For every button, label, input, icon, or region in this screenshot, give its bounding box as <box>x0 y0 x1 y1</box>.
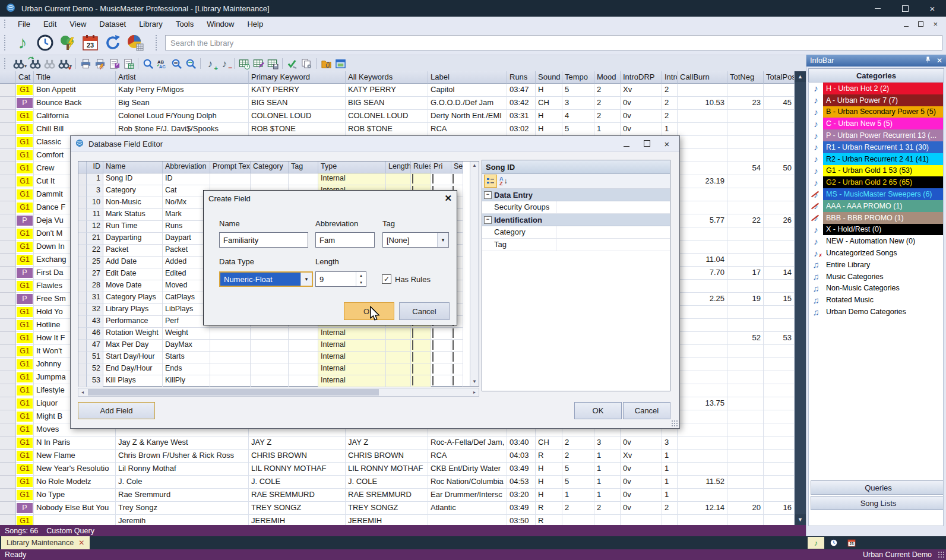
column-header-totalpos[interactable]: TotalPos <box>764 71 795 84</box>
property-row[interactable]: Tag <box>482 239 670 251</box>
column-header-cat[interactable]: Cat <box>16 71 34 84</box>
calendar-23-icon[interactable]: 23 <box>79 33 102 53</box>
categorized-view-icon[interactable] <box>484 175 497 188</box>
menu-library[interactable]: Library <box>132 18 169 30</box>
menu-help[interactable]: Help <box>241 18 270 30</box>
dfe-ok-button[interactable]: OK <box>574 402 622 419</box>
checkbox-icon[interactable] <box>412 352 413 362</box>
collapse-icon[interactable]: − <box>484 216 492 224</box>
property-value[interactable] <box>556 239 670 251</box>
dfe-close-button[interactable]: × <box>659 139 675 149</box>
checkbox-icon[interactable] <box>453 376 454 385</box>
column-header-sound[interactable]: Sound <box>536 71 562 84</box>
field-column-header-category[interactable]: Category <box>251 162 289 173</box>
category-item[interactable]: ♪A - Urban Power 7 (7) <box>809 94 943 106</box>
field-row[interactable]: 52End Day/HourEndsInternal <box>78 363 479 375</box>
field-column-header-type[interactable]: Type <box>318 162 386 173</box>
category-item[interactable]: ♫Music Categories <box>809 271 943 283</box>
checkbox-icon[interactable] <box>412 364 413 374</box>
table-row[interactable]: G1N In ParisJay Z & Kanye WestJAY ZJAY Z… <box>0 436 795 450</box>
checkbox-icon[interactable] <box>453 352 454 362</box>
menu-file[interactable]: File <box>11 18 37 30</box>
menu-tools[interactable]: Tools <box>169 18 200 30</box>
print-icon[interactable] <box>78 56 93 71</box>
category-item[interactable]: ♪Uncategorized Songs <box>809 247 943 259</box>
grid-history-icon[interactable] <box>237 56 251 71</box>
analysis-pie-icon[interactable] <box>124 33 147 53</box>
checkbox-icon[interactable] <box>432 340 434 350</box>
checkbox-icon[interactable] <box>432 376 434 385</box>
property-row[interactable]: Category <box>482 226 670 239</box>
table-row[interactable]: G1No TypeRae SremmurdRAE SREMMURDRAE SRE… <box>0 489 795 502</box>
checkbox-icon[interactable] <box>453 174 454 183</box>
field-column-header-rules[interactable]: Rules <box>411 162 431 173</box>
property-value[interactable] <box>556 201 670 213</box>
close-button[interactable]: × <box>919 0 946 17</box>
field-column-header-sec[interactable]: Sec <box>451 162 463 173</box>
categories-header-button[interactable]: Categories <box>808 68 944 83</box>
clock-icon[interactable] <box>34 33 56 53</box>
category-item[interactable]: ♫Non-Music Categories <box>809 283 943 295</box>
library-tree-icon[interactable] <box>56 33 79 53</box>
search-input[interactable] <box>165 35 942 50</box>
menu-edit[interactable]: Edit <box>37 18 63 30</box>
field-column-header-abbreviation[interactable]: Abbreviation <box>163 162 210 173</box>
category-item[interactable]: ♪R1 - Urban Recurrent 1 31 (30) <box>809 141 943 153</box>
spin-up-icon[interactable] <box>356 272 366 279</box>
find-repeat-icon[interactable] <box>28 56 42 71</box>
field-grid-vscrollbar[interactable] <box>470 162 479 386</box>
menu-dataset[interactable]: Dataset <box>93 18 132 30</box>
checkbox-icon[interactable] <box>432 328 434 338</box>
checkbox-icon[interactable] <box>432 174 434 183</box>
zoom-preview-icon[interactable] <box>183 56 198 71</box>
create-field-ok-button[interactable]: OK <box>344 302 394 320</box>
grid-view-icon[interactable] <box>333 56 347 71</box>
scroll-left-icon[interactable] <box>78 388 87 396</box>
category-item[interactable]: ♪H - Urban Hot 2 (2) <box>809 83 943 94</box>
library-grid-vscrollbar[interactable] <box>795 71 806 525</box>
resize-grip[interactable] <box>938 551 945 558</box>
scroll-down-icon[interactable] <box>470 378 479 386</box>
field-row[interactable]: 53Kill PlaysKillPlyInternal <box>78 375 479 387</box>
column-header-tempo[interactable]: Tempo <box>562 71 594 84</box>
report-document-icon[interactable] <box>121 56 135 71</box>
chevron-down-icon[interactable] <box>300 273 312 286</box>
tab-close-icon[interactable]: ✕ <box>78 539 84 547</box>
category-item[interactable]: ♪B - Urban Secondary Power 5 (5) <box>809 106 943 118</box>
find-disabled-icon[interactable] <box>42 56 56 71</box>
tab-library-maintenance[interactable]: Library Maintenance ✕ <box>1 536 90 549</box>
table-row[interactable]: G1Chill BillRob $tone F/J. Davi$/SpooksR… <box>0 123 795 136</box>
mdi-restore-button[interactable] <box>918 20 923 29</box>
table-row[interactable]: G1No Role ModelzJ. ColeJ. COLEJ. COLERoc… <box>0 476 795 489</box>
checkbox-icon[interactable] <box>412 174 413 183</box>
song-lists-button[interactable]: Song Lists <box>811 496 944 510</box>
field-row[interactable]: 51Start Day/HourStartsInternal <box>78 352 479 363</box>
grid-edit-icon[interactable] <box>251 56 265 71</box>
table-row[interactable]: G1JeremihJEREMIHJEREMIH03:50R <box>0 515 795 525</box>
table-row[interactable]: G1CaliforniaColonel Loud F/Young DolphCO… <box>0 110 795 123</box>
data-type-dropdown[interactable]: Numeric-Float <box>219 271 313 287</box>
column-header-all-keywords[interactable]: All Keywords <box>346 71 428 84</box>
mdi-close-button[interactable]: × <box>933 20 938 29</box>
field-column-header-pri[interactable]: Pri <box>431 162 451 173</box>
property-group[interactable]: −Data Entry <box>482 189 670 201</box>
attachments-icon[interactable] <box>319 56 333 71</box>
length-stepper[interactable]: 9 <box>315 271 366 287</box>
checkbox-icon[interactable] <box>412 328 413 338</box>
spin-down-icon[interactable] <box>356 279 366 286</box>
dfe-cancel-button[interactable]: Cancel <box>623 402 670 419</box>
add-song-icon[interactable]: ♪+ <box>203 56 217 71</box>
abbreviation-field[interactable] <box>315 232 375 248</box>
minimize-button[interactable] <box>864 0 891 17</box>
table-row[interactable]: PNobody Else But YouTrey SongzTREY SONGZ… <box>0 502 795 515</box>
field-row[interactable]: 1Song IDIDInternal <box>78 173 479 185</box>
scroll-right-icon[interactable] <box>470 388 479 396</box>
property-row[interactable]: Security Groups <box>482 201 670 214</box>
chevron-down-icon[interactable] <box>437 233 448 247</box>
music-note-icon[interactable]: ♪ <box>11 33 34 53</box>
edit-document-icon[interactable] <box>107 56 121 71</box>
maximize-button[interactable] <box>891 0 919 17</box>
category-item[interactable]: ♪NEW - Automation New (0) <box>809 235 943 247</box>
infobar-close-icon[interactable]: ✕ <box>936 56 942 65</box>
category-item[interactable]: ♪C - Urban New 5 (5) <box>809 118 943 129</box>
